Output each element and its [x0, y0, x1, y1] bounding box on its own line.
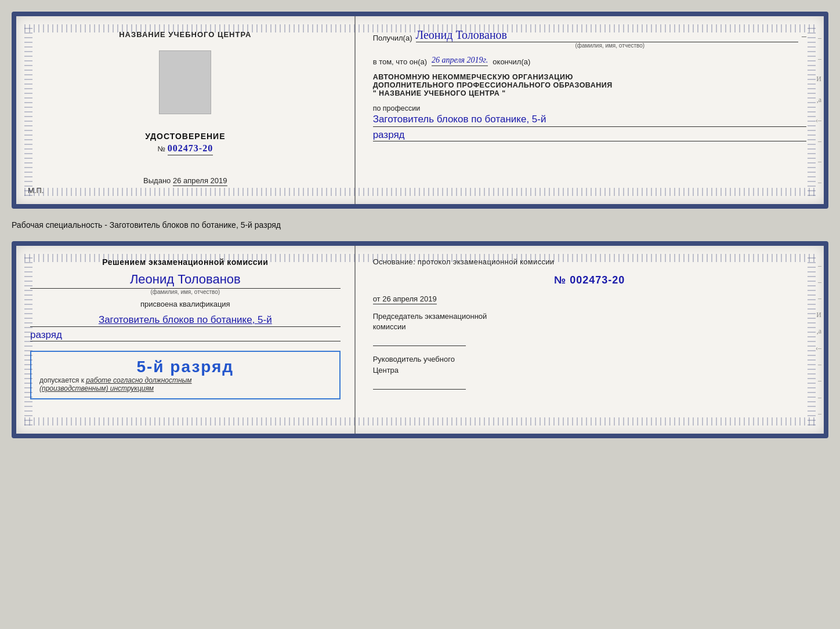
certificate-number: 002473-20 — [168, 143, 213, 155]
profession-value: Заготовитель блоков по ботанике, 5-й — [373, 112, 806, 127]
poluchil-label: Получил(а) — [373, 34, 412, 42]
org-block: АВТОНОМНУЮ НЕКОММЕРЧЕСКУЮ ОРГАНИЗАЦИЮ ДО… — [373, 73, 806, 97]
dash: – — [802, 31, 806, 41]
card1-left-panel: НАЗВАНИЕ УЧЕБНОГО ЦЕНТРА УДОСТОВЕРЕНИЕ №… — [16, 16, 356, 204]
rukovod-block: Руководитель учебного Центра — [373, 354, 806, 389]
margin-lines: – – И ,а ‹– – – – — [812, 16, 824, 204]
org-line2: ДОПОЛНИТЕЛЬНОГО ПРОФЕССИОНАЛЬНОГО ОБРАЗО… — [373, 81, 806, 89]
card1-center-name: НАЗВАНИЕ УЧЕБНОГО ЦЕНТРА — [119, 30, 251, 39]
card2-fio-sub: (фамилия, имя, отчество) — [30, 289, 341, 295]
kvalif-value: Заготовитель блоков по ботанике, 5-й — [30, 313, 341, 328]
po-professii-label: по профессии — [373, 104, 806, 112]
card2-name-section: Леонид Толованов (фамилия, имя, отчество… — [30, 271, 341, 295]
org-name: " НАЗВАНИЕ УЧЕБНОГО ЦЕНТРА " — [373, 89, 806, 97]
rukovod-signature-line — [373, 378, 466, 390]
certificate-card-2: Решением экзаменационной комиссии Леонид… — [12, 241, 828, 438]
razryad-value: разряд — [373, 129, 806, 141]
vydano-line: Выдано 26 апреля 2019 — [143, 176, 227, 185]
card2-kvalif-section: Заготовитель блоков по ботанике, 5-й раз… — [30, 313, 341, 342]
vtom-date: 26 апреля 2019г. — [432, 56, 488, 66]
poluchil-section: Получил(а) Леонид Толованов – (фамилия, … — [373, 28, 806, 49]
card1-right-panel: Получил(а) Леонид Толованов – (фамилия, … — [356, 16, 824, 204]
mp-label: М.П. — [28, 186, 44, 195]
card2-name: Леонид Толованов — [30, 271, 341, 289]
stamp-grade: 5-й разряд — [39, 358, 331, 376]
prisvoena-label: присвоена квалификация — [30, 300, 341, 308]
card2-razryad: разряд — [30, 329, 341, 341]
protokol-number-section: № 002473-20 — [373, 274, 806, 286]
ot-date-section: от 26 апреля 2019 — [373, 294, 806, 303]
certificate-card-1: НАЗВАНИЕ УЧЕБНОГО ЦЕНТРА УДОСТОВЕРЕНИЕ №… — [12, 12, 828, 209]
dopusk-text2: (производственным) инструкциям — [39, 384, 331, 392]
photo-placeholder — [159, 50, 211, 114]
vydano-date: 26 апреля 2019 — [173, 176, 227, 186]
dopuskaetsya: допускается к работе согласно должностны… — [39, 376, 331, 384]
predsedatel-label: Председатель экзаменационной комиссии — [373, 311, 806, 332]
predsedatel-block: Председатель экзаменационной комиссии — [373, 311, 806, 346]
udostoverenie-label: УДОСТОВЕРЕНИЕ — [145, 132, 225, 141]
subtitle-text: Рабочая специальность - Заготовитель бло… — [12, 218, 828, 232]
card2-left-panel: Решением экзаменационной комиссии Леонид… — [16, 246, 356, 434]
profession-section: по профессии Заготовитель блоков по бота… — [373, 104, 806, 141]
card2-right-panel: Основание: протокол экзаменационной коми… — [356, 246, 824, 434]
org-line1: АВТОНОМНУЮ НЕКОММЕРЧЕСКУЮ ОРГАНИЗАЦИЮ — [373, 73, 806, 81]
vtom-section: в том, что он(а) 26 апреля 2019г. окончи… — [373, 56, 806, 66]
vtom-label: в том, что он(а) — [373, 57, 427, 66]
fio-sub: (фамилия, имя, отчество) — [414, 42, 806, 49]
resheniem-label: Решением экзаменационной комиссии — [30, 257, 341, 267]
rukovod-label: Руководитель учебного Центра — [373, 354, 806, 375]
dopusk-text: работе согласно должностным — [86, 376, 191, 384]
osnov-label: Основание: протокол экзаменационной коми… — [373, 257, 806, 266]
okoncil-label: окончил(а) — [493, 57, 530, 66]
vydano-label: Выдано — [143, 176, 171, 185]
stamp-box: 5-й разряд допускается к работе согласно… — [30, 351, 341, 399]
recipient-name: Леонид Толованов — [416, 28, 798, 42]
number-prefix: № — [157, 145, 165, 153]
udostoverenie-block: УДОСТОВЕРЕНИЕ № 002473-20 — [145, 132, 225, 155]
ot-label: от 26 апреля 2019 — [373, 294, 437, 304]
card2-margin-lines: – – – И ,а ‹– – – – – — [812, 246, 824, 434]
predsedatel-signature-line — [373, 335, 466, 346]
